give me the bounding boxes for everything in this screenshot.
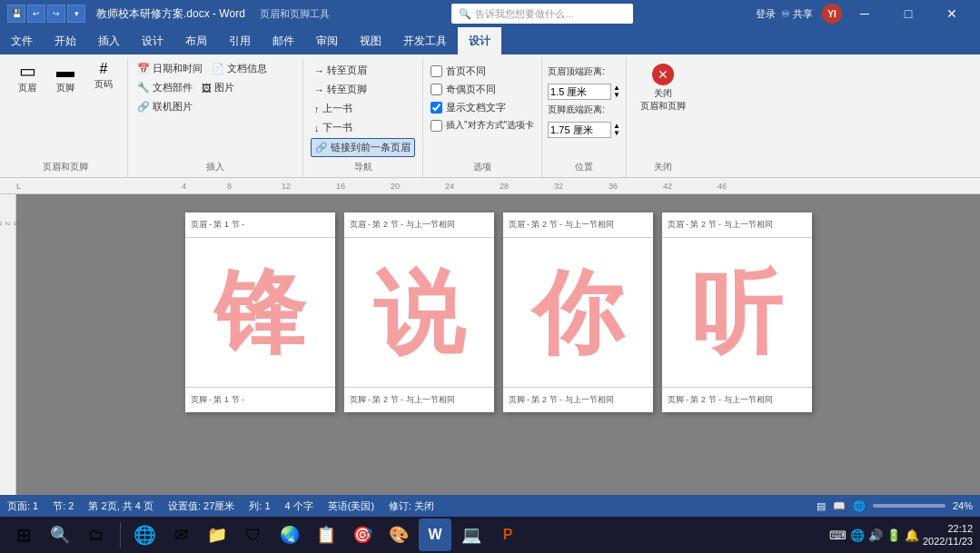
status-right: ▤ 📖 🌐 24% [817, 500, 973, 512]
page-3-footer[interactable]: 页脚 - 第 2 节 - 与上一节相同 [503, 387, 653, 412]
header-top-down[interactable]: ▼ [613, 92, 620, 99]
pages-container: 页眉 - 第 1 节 - 锋 页脚 - 第 1 节 - 页眉 - 第 2 节 -… [185, 212, 812, 412]
diff-first-page-check[interactable]: 首页不同 [429, 64, 536, 79]
user-avatar[interactable]: YI [822, 4, 842, 24]
volume-icon[interactable]: 🔊 [868, 528, 883, 542]
close-header-footer-btn[interactable]: ✕ 关闭页眉和页脚 [633, 60, 693, 116]
doc-info-btn[interactable]: 📄 文档信息 [208, 60, 271, 77]
edge-btn[interactable]: 🌐 [128, 518, 161, 551]
keyboard-icon[interactable]: ⌨ [829, 528, 846, 542]
clipboard-btn[interactable]: 📋 [310, 518, 342, 551]
tab-references[interactable]: 引用 [218, 27, 262, 54]
status-page[interactable]: 页面: 1 [7, 499, 38, 513]
taskbar-right: ⌨ 🌐 🔊 🔋 🔔 22:12 2022/11/23 [829, 522, 973, 548]
page-2: 页眉 - 第 2 节 - 与上一节相同 说 页脚 - 第 2 节 - 与上一节相… [344, 212, 494, 412]
tab-layout[interactable]: 布局 [174, 27, 218, 54]
goto-header-icon: → [314, 65, 324, 76]
tab-header-footer-design[interactable]: 设计 [458, 27, 501, 54]
undo-icon[interactable]: ↩ [27, 5, 45, 23]
header-top-input: 页眉顶端距离: [548, 65, 620, 78]
view-read-icon[interactable]: 📖 [833, 500, 846, 512]
start-btn[interactable]: ⊞ [7, 518, 40, 551]
login-btn[interactable]: 登录 [756, 7, 776, 21]
page-3-header[interactable]: 页眉 - 第 2 节 - 与上一节相同 [503, 212, 653, 238]
header-top-field[interactable] [548, 84, 611, 100]
tab-review[interactable]: 审阅 [305, 27, 349, 54]
link-to-prev-btn[interactable]: 🔗 链接到前一条页眉 [311, 138, 415, 157]
page-1-char: 锋 [214, 267, 305, 358]
zoom-percent[interactable]: 24% [953, 500, 973, 511]
tab-view[interactable]: 视图 [349, 27, 392, 54]
online-pic-btn[interactable]: 🔗 联机图片 [134, 98, 196, 115]
maximize-btn[interactable]: □ [887, 0, 929, 27]
group-label-insert: 插入 [206, 159, 224, 175]
ribbon-tabs: 文件 开始 插入 设计 布局 引用 邮件 审阅 视图 开发工具 设计 [0, 27, 980, 54]
quick-access-toolbar: 💾 ↩ ↪ ▾ [7, 5, 85, 23]
footer-bottom-field[interactable] [548, 122, 611, 138]
header-btn[interactable]: ▭ 页眉 [9, 60, 45, 96]
ppt-btn[interactable]: P [491, 518, 524, 551]
word-taskbar-btn[interactable]: W [419, 518, 451, 551]
close-btn[interactable]: ✕ [931, 0, 973, 27]
tab-insert[interactable]: 插入 [87, 27, 131, 54]
game-btn[interactable]: 🎯 [346, 518, 379, 551]
defender-btn[interactable]: 🛡 [237, 518, 270, 551]
next-section-btn[interactable]: ↓ 下一书 [311, 119, 415, 136]
ruler-mark-10: 46 [718, 182, 727, 191]
tab-file[interactable]: 文件 [0, 27, 44, 54]
network-icon[interactable]: 🌐 [850, 528, 865, 542]
status-position: 设置值: 27厘米 [168, 499, 234, 513]
align-tab-insert-check[interactable]: 插入"对齐方式"选项卡 [429, 118, 536, 133]
page-3-content: 你 [503, 238, 653, 387]
page-number-btn[interactable]: # 页码 [85, 60, 122, 93]
diff-odd-even-check[interactable]: 奇偶页不同 [429, 82, 536, 97]
customize-icon[interactable]: ▾ [67, 5, 85, 23]
prev-section-btn[interactable]: ↑ 上一书 [311, 100, 415, 117]
date-time-btn[interactable]: 📅 日期和时间 [134, 60, 206, 77]
show-doc-text-check[interactable]: 显示文档文字 [429, 100, 536, 115]
task-view-btn[interactable]: 🗂 [80, 518, 113, 551]
search-btn[interactable]: 🔍 [44, 518, 76, 551]
page-2-footer[interactable]: 页脚 - 第 2 节 - 与上一节相同 [344, 387, 494, 412]
taskbar-sep-1 [120, 522, 121, 548]
search-placeholder: 告诉我您想要做什么... [475, 7, 573, 21]
tab-dev[interactable]: 开发工具 [392, 27, 458, 54]
footer-btn[interactable]: ▬ 页脚 [47, 60, 84, 96]
page-1-footer[interactable]: 页脚 - 第 1 节 - [185, 387, 335, 412]
tab-design[interactable]: 设计 [131, 27, 174, 54]
tab-mail[interactable]: 邮件 [262, 27, 305, 54]
search-icon: 🔍 [459, 8, 471, 20]
goto-header-btn[interactable]: → 转至页眉 [311, 62, 415, 79]
file-explorer-btn[interactable]: 📁 [201, 518, 233, 551]
group-close: ✕ 关闭页眉和页脚 关闭 [627, 58, 699, 177]
share-btn[interactable]: ♾ 共享 [781, 7, 813, 21]
page-4-footer[interactable]: 页脚 - 第 2 节 - 与上一节相同 [662, 387, 812, 412]
search-box[interactable]: 🔍 告诉我您想要做什么... [451, 4, 633, 24]
redo-icon[interactable]: ↪ [47, 5, 65, 23]
settings-btn[interactable]: 💻 [455, 518, 488, 551]
browser-btn2[interactable]: 🌏 [273, 518, 306, 551]
system-clock[interactable]: 22:12 2022/11/23 [923, 522, 973, 548]
notification-icon[interactable]: 🔔 [905, 528, 919, 542]
view-web-icon[interactable]: 🌐 [853, 500, 866, 512]
status-chars: 4 个字 [285, 499, 313, 513]
mail-btn[interactable]: ✉ [164, 518, 197, 551]
goto-footer-icon: → [314, 84, 324, 95]
ruler: L 4 8 12 16 20 24 28 32 36 42 46 [0, 178, 980, 194]
status-col: 列: 1 [249, 499, 270, 513]
zoom-slider[interactable] [873, 504, 945, 508]
page-2-header[interactable]: 页眉 - 第 2 节 - 与上一节相同 [344, 212, 494, 238]
picture-btn[interactable]: 🖼 图片 [198, 79, 238, 96]
tab-home[interactable]: 开始 [44, 27, 87, 54]
quick-save-icon[interactable]: 💾 [7, 5, 25, 23]
doc-parts-btn[interactable]: 🔧 文档部件 [134, 79, 196, 96]
page-4-header[interactable]: 页眉 - 第 2 节 - 与上一节相同 [662, 212, 812, 238]
footer-bottom-down[interactable]: ▼ [613, 130, 620, 137]
art-btn[interactable]: 🎨 [382, 518, 415, 551]
minimize-btn[interactable]: ─ [844, 0, 886, 27]
battery-icon[interactable]: 🔋 [886, 528, 901, 542]
page-1-header[interactable]: 页眉 - 第 1 节 - [185, 212, 335, 238]
view-normal-icon[interactable]: ▤ [817, 500, 826, 512]
goto-footer-btn[interactable]: → 转至页脚 [311, 81, 415, 98]
clock-time: 22:12 [923, 522, 973, 535]
